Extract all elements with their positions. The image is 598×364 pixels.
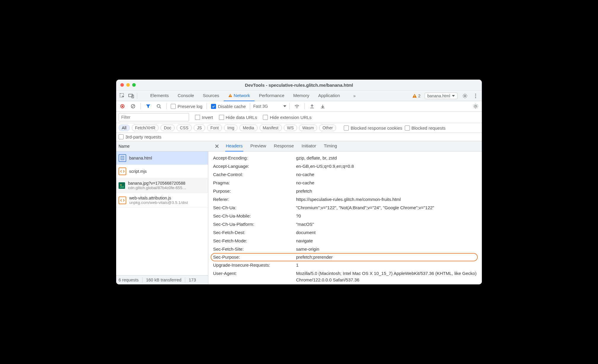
settings-icon[interactable] (462, 93, 468, 99)
request-row[interactable]: web-vitals.attribution.jsunpkg.com/web-v… (116, 193, 208, 208)
chips-container: AllFetch/XHRDocCSSJSFontImgMediaManifest… (119, 125, 336, 131)
checkbox-icon (263, 115, 268, 120)
chip-other[interactable]: Other (319, 125, 336, 131)
header-row: Cache-Control:no-cache (211, 170, 478, 179)
document-icon (119, 154, 126, 162)
request-row[interactable]: banana.jpg?v=1705668720588cdn.glitch.glo… (116, 178, 208, 193)
disable-cache-checkbox[interactable]: Disable cache (211, 104, 246, 109)
tab-console[interactable]: Console (173, 90, 199, 101)
header-value: document (296, 229, 478, 236)
subtabs-container: HeadersPreviewResponseInitiatorTiming (225, 141, 338, 152)
issues-count: 2 (418, 94, 420, 98)
invert-checkbox[interactable]: Invert (195, 115, 213, 120)
content-area: banana.htmlscript.mjsbanana.jpg?v=170566… (116, 152, 482, 284)
chip-fetch-xhr[interactable]: Fetch/XHR (132, 125, 159, 131)
chip-font[interactable]: Font (207, 125, 222, 131)
svg-rect-6 (414, 97, 415, 97)
subtab-preview[interactable]: Preview (250, 141, 267, 151)
search-icon[interactable] (156, 103, 162, 109)
hide-data-label: Hide data URLs (226, 115, 257, 120)
clear-icon[interactable] (130, 103, 136, 109)
close-pane-icon[interactable] (215, 143, 219, 149)
header-name: Sec-Fetch-Dest: (213, 229, 296, 236)
checkbox-icon (344, 125, 349, 131)
subtab-response[interactable]: Response (273, 141, 295, 151)
network-conditions-icon[interactable] (294, 103, 300, 109)
request-domain: cdn.glitch.global/87b4c0fe-655… (128, 186, 186, 190)
hide-data-urls-checkbox[interactable]: Hide data URLs (219, 115, 257, 120)
headers-pane[interactable]: Accept-Encoding:gzip, deflate, br, zstdA… (208, 152, 482, 284)
chip-media[interactable]: Media (239, 125, 257, 131)
chip-all[interactable]: All (119, 125, 130, 131)
chip-doc[interactable]: Doc (161, 125, 175, 131)
tab-sources[interactable]: Sources (199, 90, 224, 101)
chevron-down-icon (452, 95, 455, 97)
record-icon[interactable] (119, 103, 126, 109)
subtab-headers[interactable]: Headers (225, 141, 243, 152)
chip-ws[interactable]: WS (284, 125, 297, 131)
tab-application[interactable]: Application (314, 90, 344, 101)
context-selector[interactable]: banana.html (425, 93, 458, 99)
header-name: Pragma: (213, 180, 296, 186)
hide-extension-urls-checkbox[interactable]: Hide extension URLs (263, 115, 311, 120)
separator (304, 103, 305, 109)
tab-label: Performance (259, 93, 284, 98)
header-name: Sec-Ch-Ua: (213, 204, 296, 211)
download-har-icon[interactable] (319, 103, 326, 109)
svg-point-15 (157, 104, 160, 107)
tab-performance[interactable]: Performance (255, 90, 289, 101)
tab-network[interactable]: Network (224, 90, 255, 102)
chip-css[interactable]: CSS (177, 125, 192, 131)
panel-settings-icon[interactable] (472, 103, 479, 109)
blocked-requests-checkbox[interactable]: Blocked requests (405, 125, 446, 131)
chip-js[interactable]: JS (194, 125, 205, 131)
svg-rect-4 (230, 96, 230, 96)
checkbox-icon (219, 115, 224, 120)
status-resources: 173 (189, 278, 196, 282)
script-icon (119, 167, 126, 175)
upload-har-icon[interactable] (309, 103, 315, 109)
throttling-select[interactable]: Fast 3G (250, 103, 290, 109)
separator (207, 103, 207, 109)
header-value: prefetch;prerender (296, 254, 477, 260)
header-value: en-GB,en-US;q=0.9,en;q=0.8 (296, 163, 478, 170)
header-name: Purpose: (213, 188, 296, 194)
issues-badge[interactable]: 2 (412, 94, 420, 98)
header-row: Sec-Ch-Ua:"Chromium";v="122", "Not(A:Bra… (211, 204, 478, 212)
select-element-icon[interactable] (119, 93, 126, 99)
name-column-header[interactable]: Name (119, 144, 129, 149)
header-name: Referer: (213, 196, 296, 203)
third-party-checkbox[interactable]: 3rd-party requests (119, 134, 479, 139)
separator (166, 103, 167, 109)
header-row: Upgrade-Insecure-Requests:1 (211, 261, 478, 269)
kebab-menu-icon[interactable] (472, 93, 479, 99)
request-list: banana.htmlscript.mjsbanana.jpg?v=170566… (116, 152, 208, 275)
blocked-cookies-checkbox[interactable]: Blocked response cookies (344, 125, 402, 131)
filter-input[interactable] (119, 113, 189, 121)
svg-rect-12 (122, 106, 123, 107)
request-row[interactable]: script.mjs (116, 165, 208, 178)
request-row[interactable]: banana.html (116, 152, 208, 165)
request-name: banana.jpg?v=1705668720588 (128, 181, 186, 186)
script-icon (119, 197, 126, 204)
context-label: banana.html (427, 94, 450, 98)
device-toolbar-icon[interactable] (128, 93, 135, 99)
svg-point-28 (120, 184, 121, 186)
svg-line-14 (132, 105, 134, 107)
filter-icon[interactable] (145, 103, 151, 109)
header-row: Purpose:prefetch (211, 187, 478, 195)
more-tabs-icon[interactable]: » (351, 93, 358, 99)
preserve-log-checkbox[interactable]: Preserve log (171, 104, 202, 109)
status-requests: 6 requests (119, 278, 139, 282)
header-row: User-Agent:Mozilla/5.0 (Macintosh; Intel… (211, 269, 478, 284)
request-name: script.mjs (129, 169, 147, 174)
tab-label: Elements (150, 93, 169, 98)
chip-manifest[interactable]: Manifest (260, 125, 282, 131)
main-tabs: ElementsConsoleSourcesNetworkPerformance… (116, 91, 482, 101)
subtab-initiator[interactable]: Initiator (301, 141, 317, 151)
tab-memory[interactable]: Memory (289, 90, 314, 101)
chip-img[interactable]: Img (224, 125, 237, 131)
tab-elements[interactable]: Elements (146, 90, 173, 101)
chip-wasm[interactable]: Wasm (299, 125, 317, 131)
subtab-timing[interactable]: Timing (323, 141, 338, 151)
